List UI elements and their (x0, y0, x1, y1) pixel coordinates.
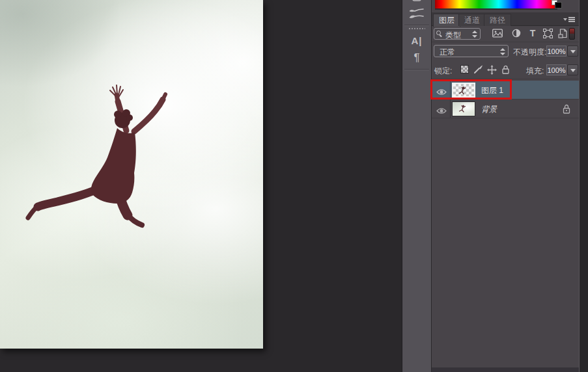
lock-options-row: 锁定: 填充: 100% (432, 61, 579, 79)
eye-icon[interactable] (436, 105, 447, 117)
layer1-thumbnail[interactable] (452, 83, 475, 98)
jumping-person-silhouette (0, 0, 263, 349)
color-spectrum-ramp[interactable] (435, 0, 557, 8)
filter-shape-layers-icon[interactable] (542, 29, 553, 40)
lock-all-icon[interactable] (502, 65, 509, 77)
blend-options-row: 正常 不透明度: 100% (432, 43, 579, 61)
filter-kind-dropdown[interactable]: 类型 (434, 28, 481, 40)
filter-type-layers-icon[interactable]: T (527, 29, 539, 40)
fill-label: 填充: (526, 66, 544, 77)
dock-divider (404, 69, 429, 70)
tab-paths[interactable]: 路径 (484, 14, 511, 26)
layer-filter-bar: 类型 T (432, 26, 579, 42)
window-right-edge (579, 0, 588, 372)
fill-value-field[interactable]: 100% (546, 64, 567, 75)
filter-pixel-layers-icon[interactable] (492, 29, 503, 40)
dock-drag-handle[interactable] (408, 28, 425, 29)
stepper-icon (500, 48, 505, 55)
chevron-down-icon (563, 18, 567, 21)
photoshop-workspace: A| ¶ 图层 通道 路径 类型 (0, 0, 588, 372)
lock-position-icon[interactable] (487, 65, 497, 77)
lock-transparency-icon[interactable] (460, 65, 469, 73)
brush-presets-icon[interactable] (402, 8, 431, 22)
layers-panel: 图层 通道 路径 类型 T (432, 0, 579, 372)
fill-dropdown-button[interactable] (567, 64, 578, 75)
blend-mode-dropdown[interactable]: 正常 (434, 45, 509, 57)
background-layer-name: 背景 (481, 104, 497, 115)
lock-pixels-brush-icon[interactable] (473, 65, 483, 77)
visibility-cell[interactable] (432, 100, 451, 118)
tab-channels[interactable]: 通道 (458, 14, 486, 26)
filter-smart-objects-icon[interactable] (557, 29, 568, 40)
visibility-cell[interactable] (432, 81, 451, 99)
layer-row-layer1[interactable]: 图层 1 (432, 81, 579, 100)
blend-mode-value: 正常 (440, 47, 455, 58)
stepper-icon (472, 31, 477, 38)
paragraph-panel-icon[interactable]: ¶ (402, 51, 431, 64)
clipped-panel-icon[interactable] (402, 0, 431, 5)
layer1-name[interactable]: 图层 1 (481, 85, 503, 96)
layer-row-background[interactable]: 背景 (432, 100, 579, 118)
document-image[interactable] (0, 0, 263, 349)
filtering-toggle-icon[interactable] (569, 28, 575, 40)
filter-adjustment-layers-icon[interactable] (511, 29, 522, 40)
character-panel-icon[interactable]: A| (402, 35, 431, 48)
panel-menu-icon[interactable] (563, 16, 575, 23)
background-thumbnail[interactable] (452, 101, 475, 116)
eye-icon[interactable] (436, 86, 447, 98)
opacity-value-field[interactable]: 100% (546, 46, 567, 57)
filter-kind-label: 类型 (445, 30, 461, 41)
search-icon (436, 31, 441, 35)
background-lock-icon (563, 104, 570, 116)
collapsed-panel-dock: A| ¶ (402, 0, 432, 372)
menu-lines-icon (568, 17, 575, 18)
opacity-dropdown-button[interactable] (567, 46, 578, 57)
panel-tab-bar: 图层 通道 路径 (432, 12, 579, 26)
opacity-label: 不透明度: (513, 47, 546, 58)
tab-layers[interactable]: 图层 (433, 14, 460, 27)
panel-bottom-strip (432, 367, 579, 372)
dock-divider (404, 25, 429, 25)
black-swatch[interactable] (555, 2, 562, 8)
lock-label: 锁定: (434, 66, 452, 77)
